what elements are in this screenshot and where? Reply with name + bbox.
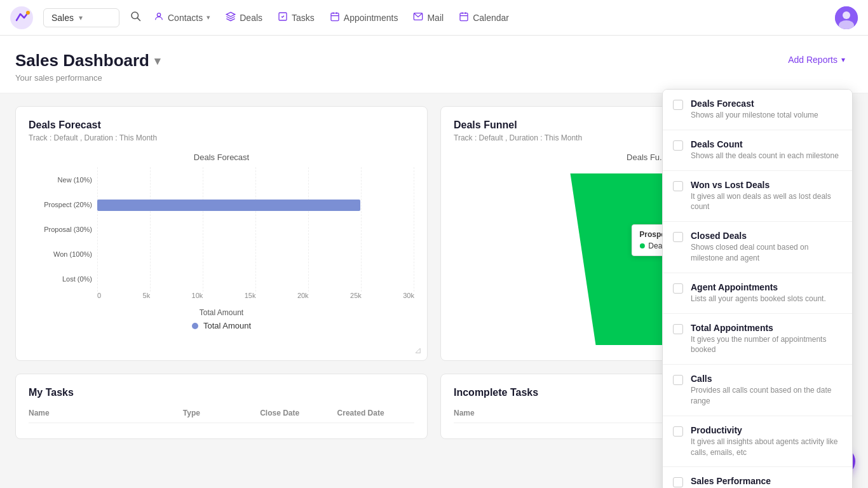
svg-rect-11 (460, 13, 468, 21)
x-label-25k: 25k (350, 292, 362, 307)
title-chevron-icon[interactable]: ▾ (154, 54, 160, 68)
add-reports-chevron-icon: ▾ (841, 55, 845, 64)
bar-fill-prospect (97, 200, 360, 211)
report-checkbox-deals-count[interactable] (673, 140, 683, 151)
svg-line-3 (137, 18, 140, 20)
report-checkbox-won-vs-lost[interactable] (673, 181, 683, 191)
report-item-sales-performance[interactable]: Sales Performance (663, 467, 852, 488)
search-icon[interactable] (130, 10, 141, 25)
svg-point-16 (843, 11, 850, 19)
reports-dropdown: Deals Forecast Shows all your milestone … (662, 89, 853, 488)
nav-calendar[interactable]: Calendar (459, 9, 509, 26)
bar-row-prospect (97, 198, 414, 212)
calendar-icon (459, 11, 469, 24)
bar-chart-y-axis: New (10%) Prospect (20%) Proposal (30%) … (29, 167, 97, 307)
x-label-0: 0 (97, 292, 101, 307)
nav-appointments-label: Appointments (344, 13, 398, 23)
logo (10, 6, 33, 29)
report-item-closed-deals[interactable]: Closed Deals Shows closed deal count bas… (663, 222, 852, 273)
report-item-productivity[interactable]: Productivity It gives all insights about… (663, 416, 852, 468)
page-title-area: Sales Dashboard ▾ Your sales performance (15, 51, 160, 83)
nav-deals[interactable]: Deals (226, 9, 262, 26)
my-tasks-col-headers: Name Type Close Date Created Date (29, 409, 414, 423)
x-label-10k: 10k (192, 292, 203, 307)
bar-row-lost (97, 270, 414, 284)
x-axis-title: Total Amount (29, 308, 414, 317)
report-checkbox-total-appointments[interactable] (673, 324, 683, 334)
bar-chart-x-axis: 0 5k 10k 15k 20k 25k 30k (97, 292, 414, 307)
report-item-calls[interactable]: Calls Provides all calls count based on … (663, 365, 852, 416)
bar-chart: New (10%) Prospect (20%) Proposal (30%) … (29, 167, 414, 307)
report-checkbox-deals-forecast[interactable] (673, 100, 683, 110)
navbar: Sales ▾ Contacts ▾ Deals Tasks (0, 0, 868, 36)
add-reports-button[interactable]: Add Reports ▾ (780, 51, 853, 69)
col-header-name: Name (29, 409, 183, 417)
report-item-agent-appointments[interactable]: Agent Appointments Lists all your agents… (663, 273, 852, 314)
x-label-5k: 5k (143, 292, 151, 307)
x-label-15k: 15k (245, 292, 256, 307)
bar-chart-body: 0 5k 10k 15k 20k 25k 30k (97, 167, 414, 307)
col-header-created-date: Created Date (337, 409, 414, 417)
bar-row-new (97, 175, 414, 189)
nav-tasks[interactable]: Tasks (278, 9, 315, 26)
report-item-deals-count[interactable]: Deals Count Shows all the deals count in… (663, 130, 852, 171)
y-label-prospect: Prospect (20%) (29, 201, 92, 208)
nav-contacts-label: Contacts (168, 13, 203, 23)
deals-icon (226, 11, 236, 24)
legend-dot (192, 323, 198, 329)
report-checkbox-productivity[interactable] (673, 426, 683, 437)
contacts-chevron-icon: ▾ (207, 13, 210, 22)
bar-rows (97, 167, 414, 292)
chevron-down-icon: ▾ (79, 13, 83, 22)
bar-row-proposal (97, 222, 414, 236)
page-header: Sales Dashboard ▾ Your sales performance… (0, 36, 868, 93)
svg-rect-6 (331, 13, 339, 21)
nav-appointments[interactable]: Appointments (330, 9, 398, 26)
x-label-30k: 30k (403, 292, 414, 307)
deals-forecast-card: Deals Forecast Track : Default , Duratio… (15, 106, 428, 361)
x-label-20k: 20k (297, 292, 309, 307)
nav-mail[interactable]: Mail (413, 9, 444, 26)
report-checkbox-sales-performance[interactable] (673, 477, 683, 487)
report-item-deals-forecast[interactable]: Deals Forecast Shows all your milestone … (663, 90, 852, 130)
report-checkbox-closed-deals[interactable] (673, 232, 683, 242)
sales-dropdown[interactable]: Sales ▾ (43, 8, 119, 27)
nav-contacts[interactable]: Contacts ▾ (154, 9, 210, 26)
report-item-total-appointments[interactable]: Total Appointments It gives you the numb… (663, 314, 852, 365)
deals-forecast-subtitle: Track : Default , Duration : This Month (29, 133, 414, 142)
contacts-icon (154, 11, 164, 24)
bar-row-won (97, 247, 414, 261)
page-title-text: Sales Dashboard (15, 51, 149, 71)
my-tasks-card: My Tasks Name Type Close Date Created Da… (15, 374, 428, 439)
page-title: Sales Dashboard ▾ (15, 51, 160, 71)
chart-legend: Total Amount (29, 321, 414, 330)
page: Sales Dashboard ▾ Your sales performance… (0, 36, 868, 488)
appointments-icon (330, 11, 340, 24)
nav-tasks-label: Tasks (292, 13, 315, 23)
y-label-new: New (10%) (29, 176, 92, 184)
user-avatar[interactable] (835, 6, 858, 29)
funnel-tooltip-dot (639, 243, 644, 248)
y-label-proposal: Proposal (30%) (29, 226, 92, 233)
my-tasks-title: My Tasks (29, 387, 414, 398)
deals-forecast-title: Deals Forecast (29, 119, 414, 131)
mail-icon (413, 11, 423, 24)
page-subtitle: Your sales performance (15, 73, 160, 83)
col-header-type: Type (183, 409, 260, 417)
nav-deals-label: Deals (240, 13, 262, 23)
legend-label: Total Amount (203, 321, 251, 330)
svg-point-4 (157, 13, 160, 17)
nav-items: Contacts ▾ Deals Tasks Appointments Ma (154, 9, 835, 26)
svg-point-0 (10, 6, 33, 29)
tasks-icon (278, 11, 288, 24)
nav-mail-label: Mail (427, 13, 444, 23)
add-reports-label: Add Reports (788, 55, 837, 65)
report-item-won-vs-lost[interactable]: Won vs Lost Deals It gives all won deals… (663, 171, 852, 222)
report-checkbox-agent-appointments[interactable] (673, 283, 683, 294)
y-label-won: Won (100%) (29, 250, 92, 258)
col-header-close-date: Close Date (260, 409, 337, 417)
report-checkbox-calls[interactable] (673, 375, 683, 385)
resize-handle[interactable]: ⊿ (414, 345, 422, 355)
deals-forecast-chart-title: Deals Forecast (29, 152, 414, 162)
svg-point-1 (26, 11, 30, 15)
